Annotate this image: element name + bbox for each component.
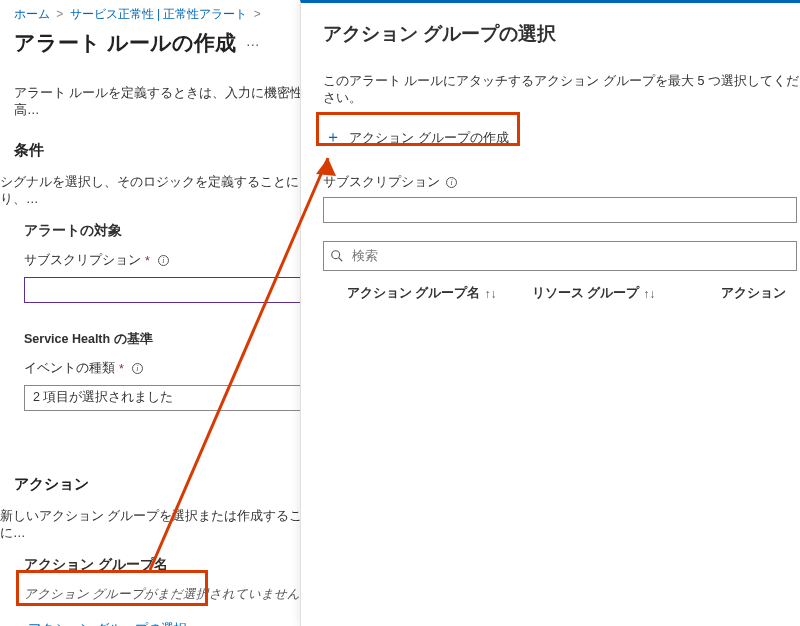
chevron-right-icon: >: [251, 7, 264, 21]
breadcrumb-home-link[interactable]: ホーム: [14, 7, 50, 21]
search-input[interactable]: [350, 248, 790, 264]
more-actions-button[interactable]: …: [246, 33, 262, 53]
plus-icon: ＋: [325, 127, 341, 148]
breadcrumb: ホーム > サービス正常性 | 正常性アラート >: [14, 6, 330, 23]
action-group-table-header: アクション グループ名 ↑↓ リソース グループ ↑↓ アクション: [323, 285, 800, 302]
chevron-right-icon: >: [53, 7, 66, 21]
search-icon: [330, 249, 344, 263]
svg-line-1: [339, 258, 343, 262]
info-icon[interactable]: i: [132, 363, 143, 374]
panel-description: このアラート ルールにアタッチするアクション グループを最大 5 つ選択してくだ…: [323, 73, 800, 107]
subscription-label: サブスクリプション: [24, 252, 141, 269]
conditions-subtext: シグナルを選択し、そのロジックを定義することにより、…: [0, 174, 330, 208]
required-asterisk: *: [141, 254, 154, 268]
svg-point-0: [332, 251, 340, 259]
alert-target-heading: アラートの対象: [24, 222, 330, 240]
subscription-dropdown[interactable]: [24, 277, 340, 303]
create-action-group-button[interactable]: ＋ アクション グループの作成: [323, 123, 517, 152]
panel-subscription-dropdown[interactable]: [323, 197, 797, 223]
create-action-group-label: アクション グループの作成: [349, 129, 509, 147]
page-title: アラート ルールの作成: [14, 29, 236, 57]
info-icon[interactable]: i: [446, 177, 457, 188]
service-health-criteria-heading: Service Health の基準: [24, 331, 320, 348]
column-action-group-name[interactable]: アクション グループ名 ↑↓: [323, 285, 532, 302]
breadcrumb-service-health-link[interactable]: サービス正常性 | 正常性アラート: [70, 7, 248, 21]
event-type-label: イベントの種類: [24, 360, 115, 377]
event-type-dropdown[interactable]: 2 項目が選択されました: [24, 385, 340, 411]
panel-title: アクション グループの選択: [323, 21, 800, 47]
actions-subtext: 新しいアクション グループを選択または作成することに…: [0, 508, 330, 542]
select-action-group-panel: アクション グループの選択 このアラート ルールにアタッチするアクション グルー…: [300, 0, 800, 626]
sort-icon: ↑↓: [643, 287, 655, 301]
sort-icon: ↑↓: [484, 287, 496, 301]
info-icon[interactable]: i: [158, 255, 169, 266]
no-action-group-note: アクション グループがまだ選択されていません: [24, 586, 330, 603]
required-asterisk: *: [115, 362, 128, 376]
intro-text: アラート ルールを定義するときは、入力に機密性の高…: [14, 85, 330, 119]
select-action-group-link[interactable]: アクション グループの選択: [24, 615, 191, 626]
column-resource-group[interactable]: リソース グループ ↑↓: [532, 285, 721, 302]
column-actions[interactable]: アクション: [721, 285, 800, 302]
section-actions-heading: アクション: [14, 475, 330, 494]
panel-subscription-label: サブスクリプション: [323, 174, 440, 191]
section-conditions-heading: 条件: [14, 141, 330, 160]
create-alert-rule-pane: ホーム > サービス正常性 | 正常性アラート > アラート ルールの作成 … …: [0, 0, 330, 626]
search-field[interactable]: [323, 241, 797, 271]
action-group-name-heading: アクション グループ名: [24, 556, 330, 574]
